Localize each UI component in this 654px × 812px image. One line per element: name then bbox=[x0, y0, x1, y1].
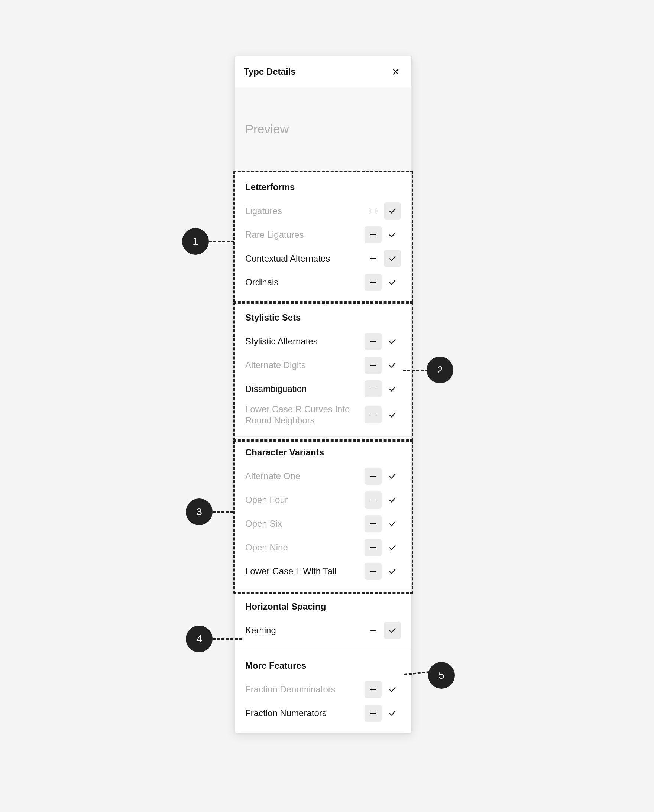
toggle-enable-button[interactable] bbox=[384, 705, 401, 722]
check-icon bbox=[388, 337, 396, 345]
option-label: Lower Case R Curves Into Round Neighbors bbox=[245, 404, 365, 426]
dash-icon bbox=[370, 547, 376, 548]
option-row: Open Four bbox=[245, 491, 401, 509]
annotation-connector-2 bbox=[403, 370, 428, 371]
option-toggle bbox=[365, 705, 401, 722]
annotation-pin-1: 1 bbox=[182, 228, 209, 255]
option-toggle bbox=[365, 333, 401, 350]
check-icon bbox=[388, 567, 396, 575]
toggle-enable-button[interactable] bbox=[384, 468, 401, 485]
option-row: Fraction Denominators bbox=[245, 681, 401, 698]
option-row: Fraction Numerators bbox=[245, 704, 401, 722]
option-row: Contextual Alternates bbox=[245, 250, 401, 267]
panel-title: Type Details bbox=[244, 67, 296, 77]
dash-icon bbox=[370, 500, 376, 501]
type-details-panel: Type Details Preview LetterformsLigature… bbox=[234, 56, 412, 733]
option-label: Fraction Denominators bbox=[245, 684, 365, 695]
toggle-disable-button[interactable] bbox=[365, 491, 382, 508]
option-toggle bbox=[365, 491, 401, 508]
toggle-enable-button[interactable] bbox=[384, 333, 401, 350]
annotation-connector-4 bbox=[212, 638, 242, 640]
option-label: Alternate Digits bbox=[245, 360, 365, 371]
toggle-enable-button[interactable] bbox=[384, 563, 401, 580]
toggle-enable-button[interactable] bbox=[384, 539, 401, 556]
toggle-disable-button[interactable] bbox=[365, 622, 382, 639]
option-row: Disambiguation bbox=[245, 380, 401, 398]
option-toggle bbox=[365, 468, 401, 485]
check-icon bbox=[388, 496, 396, 504]
variants-section: Character VariantsAlternate OneOpen Four… bbox=[235, 437, 411, 591]
toggle-disable-button[interactable] bbox=[365, 406, 382, 423]
toggle-disable-button[interactable] bbox=[365, 515, 382, 532]
toggle-disable-button[interactable] bbox=[365, 357, 382, 374]
toggle-enable-button[interactable] bbox=[384, 491, 401, 508]
toggle-disable-button[interactable] bbox=[365, 226, 382, 243]
option-row: Alternate Digits bbox=[245, 356, 401, 374]
option-toggle bbox=[365, 539, 401, 556]
toggle-enable-button[interactable] bbox=[384, 274, 401, 291]
dash-icon bbox=[370, 365, 376, 366]
option-label: Disambiguation bbox=[245, 383, 365, 394]
toggle-enable-button[interactable] bbox=[384, 203, 401, 220]
dash-icon bbox=[370, 234, 376, 235]
dash-icon bbox=[370, 476, 376, 477]
option-row: Ordinals bbox=[245, 273, 401, 291]
toggle-disable-button[interactable] bbox=[365, 203, 382, 220]
check-icon bbox=[388, 685, 396, 693]
toggle-disable-button[interactable] bbox=[365, 681, 382, 698]
option-label: Ordinals bbox=[245, 277, 365, 288]
toggle-disable-button[interactable] bbox=[365, 705, 382, 722]
preview-area: Preview bbox=[235, 87, 411, 172]
toggle-enable-button[interactable] bbox=[384, 250, 401, 267]
section-title: Character Variants bbox=[245, 447, 401, 458]
toggle-enable-button[interactable] bbox=[384, 226, 401, 243]
toggle-enable-button[interactable] bbox=[384, 622, 401, 639]
toggle-disable-button[interactable] bbox=[365, 250, 382, 267]
section-title: Stylistic Sets bbox=[245, 312, 401, 323]
option-toggle bbox=[365, 406, 401, 423]
check-icon bbox=[388, 411, 396, 419]
option-label: Kerning bbox=[245, 625, 365, 636]
annotation-connector-3 bbox=[212, 511, 233, 513]
toggle-disable-button[interactable] bbox=[365, 333, 382, 350]
toggle-enable-button[interactable] bbox=[384, 406, 401, 423]
toggle-enable-button[interactable] bbox=[384, 681, 401, 698]
toggle-disable-button[interactable] bbox=[365, 468, 382, 485]
spacing-section: Horizontal SpacingKerning bbox=[235, 591, 411, 650]
option-row: Lower Case R Curves Into Round Neighbors bbox=[245, 404, 401, 426]
dash-icon bbox=[370, 713, 376, 714]
close-button[interactable] bbox=[389, 65, 402, 78]
option-toggle bbox=[365, 203, 401, 220]
option-toggle bbox=[365, 357, 401, 374]
option-row: Alternate One bbox=[245, 467, 401, 485]
option-label: Stylistic Alternates bbox=[245, 336, 365, 347]
toggle-disable-button[interactable] bbox=[365, 274, 382, 291]
option-label: Rare Ligatures bbox=[245, 229, 365, 240]
toggle-disable-button[interactable] bbox=[365, 380, 382, 397]
annotation-pin-4: 4 bbox=[186, 626, 212, 652]
toggle-disable-button[interactable] bbox=[365, 563, 382, 580]
toggle-enable-button[interactable] bbox=[384, 515, 401, 532]
option-label: Lower-Case L With Tail bbox=[245, 566, 365, 577]
check-icon bbox=[388, 709, 396, 717]
check-icon bbox=[388, 543, 396, 552]
option-label: Alternate One bbox=[245, 471, 365, 482]
dash-icon bbox=[370, 341, 376, 342]
option-row: Open Six bbox=[245, 515, 401, 533]
option-row: Ligatures bbox=[245, 202, 401, 220]
option-label: Ligatures bbox=[245, 205, 365, 217]
toggle-enable-button[interactable] bbox=[384, 357, 401, 374]
check-icon bbox=[388, 520, 396, 528]
annotation-pin-2: 2 bbox=[426, 357, 453, 383]
dash-icon bbox=[370, 389, 376, 390]
option-row: Rare Ligatures bbox=[245, 226, 401, 244]
more-section: More FeaturesFraction DenominatorsFracti… bbox=[235, 650, 411, 733]
option-toggle bbox=[365, 274, 401, 291]
toggle-enable-button[interactable] bbox=[384, 380, 401, 397]
check-icon bbox=[388, 255, 396, 263]
option-label: Open Six bbox=[245, 518, 365, 529]
check-icon bbox=[388, 230, 396, 239]
toggle-disable-button[interactable] bbox=[365, 539, 382, 556]
option-toggle bbox=[365, 226, 401, 243]
option-label: Open Four bbox=[245, 495, 365, 505]
